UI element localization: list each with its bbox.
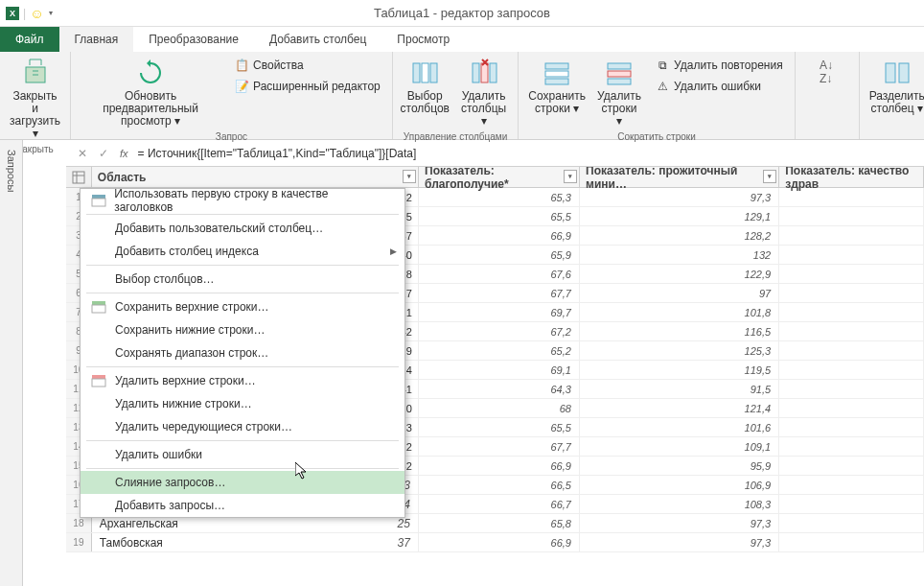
cell[interactable] — [779, 457, 924, 475]
tab-add-column[interactable]: Добавить столбец — [254, 27, 381, 52]
cell[interactable]: 91,5 — [580, 380, 779, 398]
cell[interactable]: 65,5 — [419, 418, 580, 436]
cell[interactable]: 67,2 — [419, 322, 580, 340]
cell[interactable] — [779, 418, 924, 436]
cell[interactable] — [779, 341, 924, 360]
cell[interactable]: 97,3 — [580, 188, 779, 206]
cell[interactable]: 64,3 — [419, 380, 580, 398]
remove-errors-button[interactable]: ⚠Удалить ошибки — [651, 77, 787, 96]
ctx-use-first-row[interactable]: Использовать первую строку в качестве за… — [81, 189, 404, 212]
cell[interactable]: 132 — [580, 246, 779, 264]
formula-input[interactable] — [134, 147, 918, 160]
tab-home[interactable]: Главная — [59, 27, 134, 52]
fx-label[interactable]: fx — [120, 148, 128, 159]
header-region[interactable]: Область▾ — [92, 167, 419, 187]
cell[interactable]: 97,3 — [580, 514, 779, 532]
cell[interactable]: 68 — [419, 399, 580, 417]
cell[interactable]: 67,7 — [419, 437, 580, 456]
ctx-remove-bottom-rows[interactable]: Удалить нижние строки… — [81, 392, 404, 415]
header-minimum[interactable]: Показатель: прожиточный мини…▾ — [580, 167, 779, 187]
advanced-editor-button[interactable]: 📝Расширенный редактор — [230, 77, 384, 96]
filter-icon[interactable]: ▾ — [564, 170, 577, 183]
ctx-remove-alt-rows[interactable]: Удалить чередующиеся строки… — [81, 415, 404, 438]
cell[interactable]: 65,2 — [419, 341, 580, 360]
filter-icon[interactable]: ▾ — [403, 170, 416, 183]
ctx-add-custom-column[interactable]: Добавить пользовательский столбец… — [81, 217, 404, 240]
cell[interactable]: 66,5 — [419, 476, 580, 494]
cell[interactable] — [779, 246, 924, 264]
remove-duplicates-button[interactable]: ⧉Удалить повторения — [651, 56, 787, 75]
ctx-keep-top-rows[interactable]: Сохранить верхние строки… — [81, 295, 404, 318]
ctx-add-index-column[interactable]: Добавить столбец индекса▶ — [81, 240, 404, 263]
refresh-preview-button[interactable]: Обновить предварительныйпросмотр ▾ — [79, 56, 222, 129]
cell[interactable]: 67,6 — [419, 265, 580, 283]
tab-view[interactable]: Просмотр — [381, 27, 465, 52]
cell[interactable] — [779, 226, 924, 245]
remove-rows-button[interactable]: Удалитьстроки ▾ — [595, 56, 643, 129]
ctx-keep-range[interactable]: Сохранять диапазон строк… — [81, 341, 404, 364]
cell[interactable]: 66,7 — [419, 495, 580, 513]
cell[interactable]: 101,6 — [580, 418, 779, 436]
cell[interactable] — [779, 207, 924, 225]
cell[interactable] — [779, 284, 924, 302]
tab-file[interactable]: Файл — [0, 27, 59, 52]
ctx-remove-top-rows[interactable]: Удалить верхние строки… — [81, 369, 404, 392]
cell[interactable]: 122,9 — [580, 265, 779, 283]
header-wellbeing[interactable]: Показатель: благополучие*▾ — [419, 167, 580, 187]
cell[interactable]: 66,9 — [419, 533, 580, 551]
cell[interactable]: 97 — [580, 284, 779, 302]
cell[interactable]: 125,3 — [580, 341, 779, 360]
cell[interactable] — [779, 495, 924, 513]
smiley-icon[interactable]: ☺ — [30, 6, 43, 21]
cell[interactable]: 65,9 — [419, 246, 580, 264]
cell[interactable]: 65,8 — [419, 514, 580, 532]
choose-columns-button[interactable]: Выборстолбцов — [401, 56, 450, 117]
fb-confirm-icon[interactable]: ✓ — [93, 144, 114, 163]
cell[interactable]: 128,2 — [580, 226, 779, 245]
cell[interactable] — [779, 322, 924, 340]
cell[interactable]: Тамбовская37 — [92, 533, 419, 551]
cell[interactable] — [779, 361, 924, 379]
cell[interactable]: 97,3 — [580, 533, 779, 551]
queries-sidebar[interactable]: Запросы — [0, 140, 23, 586]
cell[interactable]: 95,9 — [580, 457, 779, 475]
filter-icon[interactable]: ▾ — [763, 170, 776, 183]
cell[interactable]: 65,3 — [419, 188, 580, 206]
cell[interactable]: 101,8 — [580, 303, 779, 321]
cell[interactable] — [779, 533, 924, 551]
remove-columns-button[interactable]: Удалитьстолбцы ▾ — [457, 56, 511, 129]
cell[interactable] — [779, 437, 924, 456]
cell[interactable]: 67,7 — [419, 284, 580, 302]
ctx-choose-columns[interactable]: Выбор столбцов… — [81, 268, 404, 291]
properties-button[interactable]: 📋Свойства — [230, 56, 384, 75]
cell[interactable] — [779, 380, 924, 398]
split-column-button[interactable]: Разделитьстолбец ▾ — [867, 56, 924, 117]
cell[interactable] — [779, 265, 924, 283]
header-health[interactable]: Показатель: качество здрав — [779, 167, 924, 187]
sort-button[interactable]: A↓Z↓ — [803, 56, 851, 90]
cell[interactable]: 66,9 — [419, 226, 580, 245]
cell[interactable]: 108,3 — [580, 495, 779, 513]
cell[interactable]: 65,5 — [419, 207, 580, 225]
ctx-append-queries[interactable]: Добавить запросы… — [81, 494, 404, 517]
cell[interactable]: 109,1 — [580, 437, 779, 456]
cell[interactable] — [779, 188, 924, 206]
excel-icon[interactable]: X — [6, 7, 19, 20]
cell[interactable] — [779, 399, 924, 417]
cell[interactable] — [779, 476, 924, 494]
tab-transform[interactable]: Преобразование — [133, 27, 254, 52]
keep-rows-button[interactable]: Сохранитьстроки ▾ — [526, 56, 588, 117]
cell[interactable]: 116,5 — [580, 322, 779, 340]
fb-cancel-icon[interactable]: ✕ — [72, 144, 93, 163]
cell[interactable] — [779, 303, 924, 321]
cell[interactable]: 69,1 — [419, 361, 580, 379]
table-icon[interactable] — [66, 167, 92, 187]
qat-dropdown-icon[interactable]: ▾ — [49, 9, 53, 17]
table-row[interactable]: 19Тамбовская3766,997,3 — [66, 533, 924, 552]
cell[interactable]: 129,1 — [580, 207, 779, 225]
ctx-keep-bottom-rows[interactable]: Сохранить нижние строки… — [81, 318, 404, 341]
cell[interactable]: 106,9 — [580, 476, 779, 494]
cell[interactable]: 69,7 — [419, 303, 580, 321]
cell[interactable]: 66,9 — [419, 457, 580, 475]
ctx-remove-errors[interactable]: Удалить ошибки — [81, 443, 404, 466]
